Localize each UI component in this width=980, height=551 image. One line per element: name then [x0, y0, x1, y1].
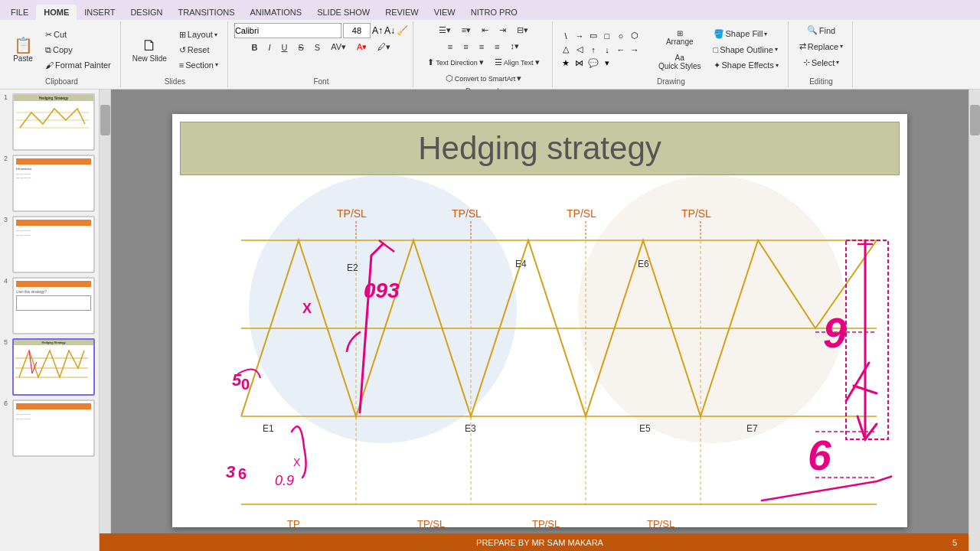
quick-styles-button[interactable]: Aa Quick Styles [653, 51, 707, 73]
tab-view[interactable]: VIEW [426, 5, 463, 20]
tab-design[interactable]: DESIGN [122, 5, 170, 20]
select-button[interactable]: ⊹ Select ▾ [799, 55, 844, 70]
numbering-button[interactable]: ≡▾ [457, 23, 475, 37]
bold-button[interactable]: B [247, 41, 262, 54]
paste-label: Paste [13, 54, 33, 63]
tab-file[interactable]: FILE [3, 5, 36, 20]
svg-text:E4: E4 [515, 259, 527, 269]
slide-num-3: 3 [4, 216, 8, 223]
rtri-shape[interactable]: ◁ [573, 43, 586, 57]
align-text-button[interactable]: ☰ Align Text ▾ [490, 55, 544, 70]
svg-text:E1: E1 [263, 423, 274, 434]
tab-home[interactable]: HOME [36, 5, 77, 20]
font-group: A↑ A↓ 🧹 B I U S S AV▾ A▾ 🖊▾ Font [230, 21, 413, 87]
reset-button[interactable]: ↺ Reset [175, 43, 223, 57]
clear-format-icon[interactable]: 🧹 [397, 25, 408, 36]
svg-text:0.9: 0.9 [275, 473, 294, 488]
slides-group: 🗋 New Slide ⊞ Layout ▾ ↺ Reset ≡ Section… [122, 21, 228, 87]
highlight-button[interactable]: 🖊▾ [373, 40, 395, 54]
columns-button[interactable]: ⊟▾ [512, 23, 533, 37]
slide-thumb-2[interactable]: Information— — — —— — — — [12, 155, 95, 212]
tab-transitions[interactable]: TRANSITIONS [171, 5, 243, 20]
star-shape[interactable]: ★ [559, 57, 573, 70]
slide-thumb-4[interactable]: Use this strategy? [12, 277, 95, 334]
slide-panel: 1 Hedging Strategy 2 [0, 90, 100, 551]
font-name-input[interactable] [234, 23, 341, 38]
bullets-button[interactable]: ☰▾ [434, 23, 456, 37]
find-button[interactable]: 🔍 Find [802, 23, 840, 37]
paste-button[interactable]: 📋 Paste [8, 34, 38, 65]
line-spacing-button[interactable]: ↕▾ [506, 39, 524, 54]
svg-text:TP/SL: TP/SL [647, 518, 675, 527]
tab-insert[interactable]: INSERT [77, 5, 122, 20]
callout-shape[interactable]: 💬 [586, 57, 600, 70]
editing-label: Editing [809, 76, 833, 86]
clipboard-group: 📋 Paste ✂ Cut ⧉ Copy 🖌 Format Painter Cl… [3, 21, 121, 87]
smartart-button[interactable]: ⬡ Convert to SmartArt ▾ [441, 71, 527, 86]
align-right-button[interactable]: ≡ [475, 40, 488, 54]
slide-container: Hedging strategy [172, 114, 907, 527]
triangle-shape[interactable]: △ [559, 43, 573, 57]
arrow-shape[interactable]: → [573, 29, 586, 43]
right-arrow-shape[interactable]: → [628, 43, 642, 57]
font-size-input[interactable] [343, 23, 371, 38]
replace-button[interactable]: ⇄ Replace ▾ [795, 39, 848, 54]
section-button[interactable]: ≡ Section ▾ [175, 58, 223, 72]
decrease-indent-button[interactable]: ⇤ [477, 23, 493, 37]
svg-text:E2: E2 [347, 262, 358, 273]
shape-outline-button[interactable]: □ Shape Outline ▾ [709, 43, 783, 57]
cut-button[interactable]: ✂ Cut [41, 28, 116, 42]
font-color-button[interactable]: A▾ [352, 40, 371, 54]
left-arrow-shape[interactable]: ← [614, 43, 628, 57]
slide-thumb-5[interactable]: Hedging Strategy [12, 338, 95, 396]
up-arrow-shape[interactable]: ↑ [586, 43, 600, 57]
align-center-button[interactable]: ≡ [459, 40, 472, 54]
line-shape[interactable]: \ [559, 29, 573, 43]
banner-shape[interactable]: ⋈ [573, 57, 586, 70]
oval-shape[interactable]: ○ [614, 29, 628, 43]
tab-nitro[interactable]: NITRO PRO [463, 5, 525, 20]
font-style-row: B I U S S AV▾ A▾ 🖊▾ [247, 40, 395, 54]
shape-effects-button[interactable]: ✦ Shape Effects ▾ [709, 58, 783, 73]
font-decrease-icon[interactable]: A↓ [384, 25, 395, 36]
arrange-button[interactable]: ⊞ Arrange [653, 27, 707, 48]
slide-thumb-1[interactable]: Hedging Strategy [12, 93, 95, 151]
svg-text:6: 6 [808, 432, 831, 479]
slide-thumb-6[interactable]: — — — —— — — — [12, 399, 95, 457]
shadow-button[interactable]: S [310, 41, 325, 54]
clipboard-label: Clipboard [45, 76, 78, 86]
more-shapes[interactable]: ▾ [600, 57, 614, 70]
tab-animations[interactable]: ANIMATIONS [243, 5, 310, 20]
copy-button[interactable]: ⧉ Copy [41, 43, 116, 57]
right-scrollbar[interactable] [969, 90, 980, 551]
justify-button[interactable]: ≡ [490, 40, 504, 54]
align-left-button[interactable]: ≡ [443, 40, 457, 54]
font-label: Font [313, 76, 328, 86]
tab-review[interactable]: REVIEW [377, 5, 426, 20]
arrange-icon: ⊞ [677, 29, 683, 37]
increase-indent-button[interactable]: ⇥ [495, 23, 511, 37]
slide-num-4: 4 [4, 277, 8, 285]
font-name-row: A↑ A↓ 🧹 [234, 23, 408, 38]
text-direction-button[interactable]: ⬆ Text Direction ▾ [423, 55, 488, 70]
new-slide-button[interactable]: 🗋 New Slide [127, 34, 172, 65]
format-painter-button[interactable]: 🖌 Format Painter [41, 58, 116, 72]
svg-text:TP/SL: TP/SL [452, 207, 482, 220]
italic-button[interactable]: I [263, 41, 275, 54]
underline-button[interactable]: U [277, 41, 292, 54]
hex-shape[interactable]: ⬡ [628, 29, 642, 43]
svg-text:E5: E5 [639, 423, 651, 434]
rect2-shape[interactable]: □ [600, 29, 614, 43]
down-arrow-shape[interactable]: ↓ [600, 43, 614, 57]
tab-slideshow[interactable]: SLIDE SHOW [309, 5, 377, 20]
strikethrough-button[interactable]: S [293, 41, 308, 54]
layout-button[interactable]: ⊞ Layout ▾ [175, 28, 223, 42]
slide-thumb-3[interactable]: — — — —— — — — [12, 216, 95, 273]
svg-text:TP/SL: TP/SL [337, 207, 367, 220]
slide-num-5: 5 [4, 338, 8, 346]
shape-fill-button[interactable]: 🪣 Shape Fill ▾ [709, 27, 783, 41]
left-scrollbar[interactable] [100, 90, 111, 551]
rect-shape[interactable]: ▭ [586, 29, 600, 43]
char-spacing-button[interactable]: AV▾ [326, 40, 351, 54]
font-increase-icon[interactable]: A↑ [372, 25, 383, 36]
